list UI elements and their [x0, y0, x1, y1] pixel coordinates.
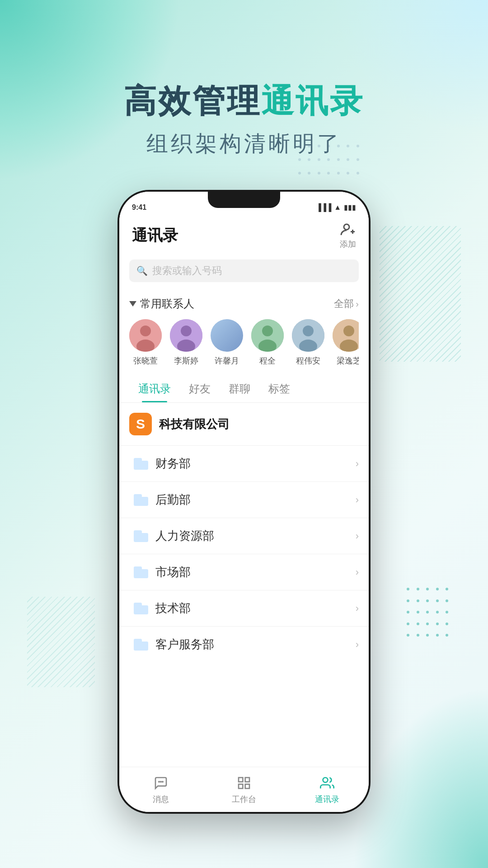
- chevron-right-icon: ›: [356, 458, 359, 470]
- contact-item[interactable]: 许馨月: [211, 319, 243, 366]
- dept-list: 财务部 › 后勤部 › 人力资源部 › 市场部: [119, 445, 369, 662]
- folder-icon: [134, 458, 148, 470]
- add-button[interactable]: 添加: [340, 222, 356, 250]
- view-all-button[interactable]: 全部 ›: [334, 297, 359, 311]
- dept-item[interactable]: 技术部 ›: [119, 590, 369, 626]
- tab-tags[interactable]: 标签: [259, 373, 299, 402]
- status-icons: ▐▐▐ ▲ ▮▮▮: [316, 203, 356, 212]
- folder-icon: [134, 530, 148, 542]
- frequent-title: 常用联系人: [140, 297, 194, 311]
- org-header[interactable]: S 科技有限公司: [119, 403, 369, 445]
- add-contact-icon: [340, 222, 356, 238]
- header-subtitle: 组织架构清晰明了: [0, 129, 488, 158]
- contact-item[interactable]: 张晓萱: [129, 319, 162, 366]
- nav-label: 工作台: [232, 794, 256, 805]
- dept-item[interactable]: 财务部 ›: [119, 445, 369, 481]
- avatar: [129, 319, 162, 352]
- avatar: [211, 319, 243, 352]
- frequent-section: 常用联系人 全部 › 张晓萱: [119, 289, 369, 373]
- diagonal-lines-left: [27, 597, 95, 687]
- folder-icon: [134, 639, 148, 651]
- tab-group-chat[interactable]: 群聊: [220, 373, 259, 402]
- top-bar: 通讯录 添加: [119, 214, 369, 255]
- nav-item-contacts[interactable]: 通讯录: [286, 767, 369, 812]
- header-section: 高效管理通讯录 组织架构清晰明了: [0, 81, 488, 158]
- dot-grid-right: [407, 588, 452, 642]
- messages-icon: [153, 775, 169, 791]
- contact-name: 梁逸芝: [337, 355, 359, 366]
- wifi-icon: ▲: [334, 203, 341, 212]
- bottom-nav: 消息 工作台: [119, 767, 369, 812]
- dept-name: 财务部: [155, 456, 348, 472]
- dept-item[interactable]: 后勤部 ›: [119, 481, 369, 518]
- dept-item[interactable]: 客户服务部 ›: [119, 626, 369, 662]
- contact-name: 程伟安: [296, 355, 320, 366]
- nav-label: 通讯录: [315, 794, 339, 805]
- avatar: [170, 319, 202, 352]
- folder-icon: [134, 603, 148, 614]
- contacts-icon: [319, 775, 335, 791]
- contact-item[interactable]: 程全: [251, 319, 284, 366]
- dept-name: 客户服务部: [155, 637, 348, 652]
- header-title-highlight: 通讯录: [261, 83, 364, 119]
- phone-screen: 9:41 ▐▐▐ ▲ ▮▮▮ 通讯录 添加: [119, 192, 369, 812]
- chevron-right-icon: ›: [356, 299, 359, 309]
- search-bar: 🔍 搜索或输入号码: [119, 255, 369, 289]
- svg-rect-8: [239, 784, 243, 788]
- phone-inner: 9:41 ▐▐▐ ▲ ▮▮▮ 通讯录 添加: [119, 192, 369, 812]
- contact-item[interactable]: 程伟安: [292, 319, 324, 366]
- contact-name: 张晓萱: [133, 355, 158, 366]
- contact-item[interactable]: 梁逸芝: [333, 319, 359, 366]
- signal-icon: ▐▐▐: [316, 203, 331, 212]
- org-section: S 科技有限公司 财务部 › 后勤部 ›: [119, 403, 369, 767]
- header-title: 高效管理通讯录: [0, 81, 488, 120]
- dept-name: 技术部: [155, 600, 348, 616]
- chevron-right-icon: ›: [356, 494, 359, 506]
- svg-rect-9: [245, 784, 249, 788]
- contacts-row: 张晓萱 李斯婷 许馨月: [129, 319, 359, 366]
- chevron-right-icon: ›: [356, 603, 359, 614]
- tab-friends[interactable]: 好友: [180, 373, 220, 402]
- svg-rect-7: [245, 778, 249, 782]
- nav-item-workbench[interactable]: 工作台: [202, 767, 286, 812]
- frequent-title-row: 常用联系人: [129, 297, 194, 311]
- header-title-prefix: 高效管理: [124, 83, 261, 119]
- dept-name: 人力资源部: [155, 528, 348, 544]
- dept-item[interactable]: 人力资源部 ›: [119, 518, 369, 554]
- diagonal-lines-right: [380, 226, 461, 362]
- svg-point-0: [344, 224, 349, 230]
- phone-mockup: 9:41 ▐▐▐ ▲ ▮▮▮ 通讯录 添加: [117, 190, 371, 814]
- avatar: [292, 319, 324, 352]
- tab-contacts[interactable]: 通讯录: [129, 373, 180, 402]
- page-title: 通讯录: [132, 225, 178, 246]
- expand-icon: [129, 301, 136, 307]
- svg-rect-6: [239, 778, 243, 782]
- bg-decoration-bottom-right: [352, 687, 488, 868]
- avatar: [251, 319, 284, 352]
- all-label: 全部: [334, 297, 354, 311]
- frequent-header: 常用联系人 全部 ›: [129, 297, 359, 311]
- status-time: 9:41: [132, 203, 146, 212]
- dept-name: 后勤部: [155, 492, 348, 508]
- chevron-right-icon: ›: [356, 530, 359, 542]
- nav-item-messages[interactable]: 消息: [119, 767, 202, 812]
- battery-icon: ▮▮▮: [344, 203, 356, 212]
- nav-label: 消息: [153, 794, 169, 805]
- contact-item[interactable]: 李斯婷: [170, 319, 202, 366]
- search-icon: 🔍: [136, 265, 148, 276]
- org-name: 科技有限公司: [159, 416, 230, 432]
- folder-icon: [134, 566, 148, 578]
- dept-item[interactable]: 市场部 ›: [119, 554, 369, 590]
- workbench-icon: [236, 775, 252, 791]
- chevron-right-icon: ›: [356, 639, 359, 651]
- avatar: [333, 319, 359, 352]
- search-input-container[interactable]: 🔍 搜索或输入号码: [129, 259, 359, 282]
- folder-icon: [134, 494, 148, 506]
- add-label: 添加: [340, 239, 356, 250]
- contact-name: 许馨月: [215, 355, 239, 366]
- org-logo-text: S: [136, 416, 145, 432]
- dept-name: 市场部: [155, 564, 348, 580]
- tabs-section: 通讯录 好友 群聊 标签: [119, 373, 369, 403]
- contact-name: 李斯婷: [174, 355, 198, 366]
- contact-name: 程全: [259, 355, 276, 366]
